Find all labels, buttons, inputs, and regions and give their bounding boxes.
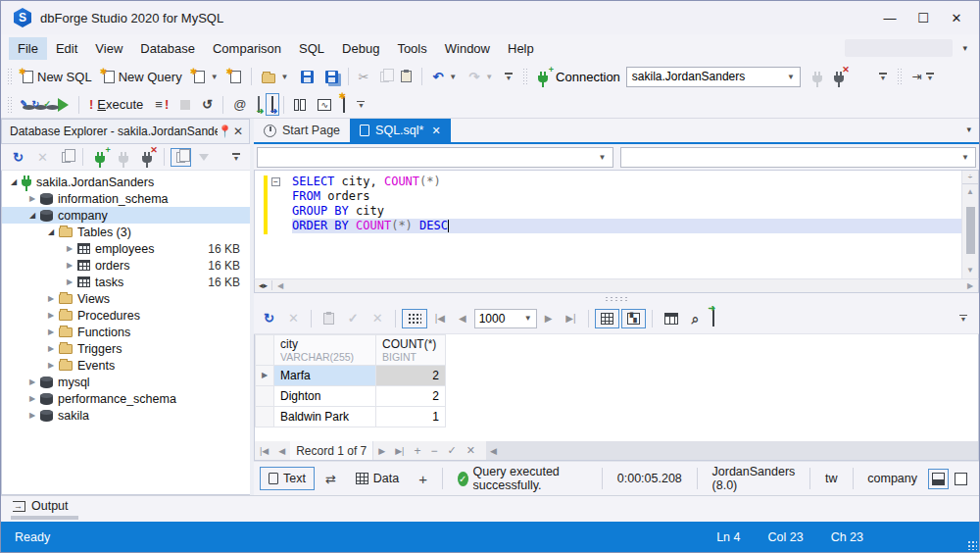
open-dropdown-icon[interactable]: ▼ [281, 73, 289, 81]
tree-item-triggers[interactable]: ▶Triggers [2, 340, 250, 357]
swap-view-button[interactable]: ⇄ [317, 468, 345, 490]
menu-tools[interactable]: Tools [388, 37, 435, 60]
collapse-region-icon[interactable]: − [271, 177, 280, 186]
tree-item-mysql[interactable]: ▶mysql [2, 374, 250, 390]
dock-results-button[interactable] [928, 469, 949, 489]
maximize-button[interactable]: ☐ [906, 5, 940, 30]
prev-record-icon[interactable]: ◀ [273, 446, 290, 456]
cell-city[interactable]: Dighton [274, 385, 376, 406]
editor-vertical-scrollbar[interactable]: ÷ ▲ ▼ [961, 171, 978, 278]
menu-overflow-icon[interactable]: ▾ [962, 43, 967, 53]
tree-item-sakila-jordansanders[interactable]: ◢sakila.JordanSanders [2, 174, 250, 190]
layout-button[interactable] [288, 95, 312, 115]
append-record-icon[interactable]: + [409, 444, 425, 458]
export-script-button[interactable]: ➜ [252, 93, 266, 116]
scroll-right-icon[interactable]: ▶ [962, 281, 978, 290]
save-all-button[interactable] [319, 67, 344, 87]
expander-open-icon[interactable]: ◢ [26, 211, 38, 220]
undo-button[interactable]: ↶ ▼ [426, 67, 463, 87]
quick-access-box[interactable] [845, 39, 953, 57]
tab-list-dropdown-icon[interactable]: ▾ [966, 125, 971, 134]
data-view-tab[interactable]: Data [347, 467, 408, 490]
new-file-button[interactable]: ✱ [224, 67, 247, 87]
new-document-dropdown-icon[interactable]: ▼ [211, 73, 219, 81]
expander-closed-icon[interactable]: ▶ [26, 394, 38, 403]
cell-count[interactable]: 2 [376, 385, 446, 406]
sql-toolbar-overflow-button[interactable]: ▼ [351, 97, 370, 113]
cancel-edit-icon[interactable]: ✕ [462, 444, 480, 457]
code-line-2[interactable]: FROM orders [292, 189, 961, 204]
expander-closed-icon[interactable]: ▶ [26, 411, 38, 420]
toolbar-grip[interactable] [7, 96, 13, 114]
connection-combobox[interactable]: sakila.JordanSanders ▼ [626, 67, 801, 87]
tree-item-tables-3-[interactable]: ◢Tables (3) [2, 224, 250, 240]
results-overflow-button[interactable]: ▼ [954, 311, 973, 327]
results-splitter[interactable] [254, 293, 979, 304]
grid-row[interactable]: Dighton2 [256, 385, 446, 406]
explorer-disconnect-button[interactable]: ✕ [136, 147, 158, 167]
expander-closed-icon[interactable]: ▶ [45, 327, 57, 336]
add-view-button[interactable]: + [410, 467, 436, 491]
redo-dropdown-icon[interactable]: ▼ [485, 73, 493, 81]
explorer-refresh-button[interactable]: ↻ [7, 147, 29, 168]
new-window-button[interactable]: ✱ [337, 93, 351, 116]
code-line-4[interactable]: ORDER BY COUNT(*) DESC [292, 219, 961, 233]
menu-comparison[interactable]: Comparison [204, 37, 290, 60]
tree-item-procedures[interactable]: ▶Procedures [2, 307, 250, 324]
scroll-down-icon[interactable]: ▼ [966, 263, 974, 278]
grid-row[interactable]: ▶Marfa2 [256, 365, 446, 385]
redo-button[interactable]: ↷ ▼ [463, 67, 499, 87]
menu-edit[interactable]: Edit [47, 37, 86, 60]
pin-icon[interactable]: 📍 [218, 125, 231, 138]
tree-item-performance-schema[interactable]: ▶performance_schema [2, 390, 250, 407]
apply-changes-button[interactable]: ✓ [342, 308, 365, 328]
toolbar-grip[interactable] [7, 68, 13, 85]
undo-dropdown-icon[interactable]: ▼ [449, 73, 457, 81]
query-profiler-button[interactable]: ∿ [312, 95, 337, 115]
grid-row[interactable]: Baldwin Park1 [256, 406, 446, 427]
prev-page-button[interactable]: ◀ [453, 310, 472, 327]
menu-sql[interactable]: SQL [290, 37, 333, 60]
text-view-tab[interactable]: Text [260, 467, 315, 490]
menu-view[interactable]: View [86, 37, 131, 60]
explorer-overflow-button[interactable]: ▼ [226, 149, 246, 165]
expander-closed-icon[interactable]: ▶ [64, 244, 75, 253]
row-selector[interactable] [256, 385, 274, 406]
connect-button[interactable] [807, 67, 828, 86]
history-button[interactable]: ↺ [196, 94, 219, 115]
export-data-button[interactable]: ➜ [707, 307, 720, 329]
code-line-3[interactable]: GROUP BY city [292, 204, 961, 219]
cell-count[interactable]: 2 [376, 365, 446, 385]
disconnect-button[interactable]: ✕ [828, 67, 850, 86]
tree-item-views[interactable]: ▶Views [2, 290, 250, 307]
tree-item-tasks[interactable]: ▶tasks16 KB [2, 274, 250, 290]
menu-debug[interactable]: Debug [333, 37, 388, 60]
cell-city[interactable]: Baldwin Park [274, 406, 376, 427]
page-size-combobox[interactable]: 1000 ▼ [474, 309, 537, 328]
expander-closed-icon[interactable]: ▶ [64, 261, 75, 270]
format-button[interactable]: ⇥ ▼ [906, 67, 940, 86]
cut-button[interactable]: ✂ [353, 67, 375, 87]
tree-item-sakila[interactable]: ▶sakila [2, 407, 250, 424]
row-selector[interactable] [256, 406, 274, 427]
tree-item-company[interactable]: ◢company [2, 207, 250, 224]
explorer-filter-button[interactable] [193, 150, 215, 165]
code-line-1[interactable]: SELECT city, COUNT(*) [292, 175, 961, 189]
scroll-left-icon[interactable]: ◀ [490, 446, 497, 456]
results-grid[interactable]: cityVARCHAR(255)COUNT(*)BIGINT ▶Marfa2Di… [254, 334, 979, 442]
scroll-up-icon[interactable]: ▲ [966, 184, 974, 199]
toolbar-grip[interactable] [897, 68, 903, 85]
find-button[interactable]: ⌕ [686, 308, 706, 329]
close-button[interactable]: ✕ [940, 5, 973, 30]
column-header-count-[interactable]: COUNT(*)BIGINT [376, 334, 446, 365]
cancel-changes-button[interactable]: ✕ [367, 308, 389, 328]
expander-closed-icon[interactable]: ▶ [45, 361, 57, 370]
last-page-button[interactable]: ▶| [560, 310, 581, 327]
types-combobox[interactable]: ▼ [257, 147, 613, 168]
explorer-windows-button[interactable] [56, 148, 76, 167]
explorer-new-connection-button[interactable]: + [89, 147, 111, 167]
sql-editor[interactable]: − SELECT city, COUNT(*)FROM ordersGROUP … [254, 170, 979, 278]
explorer-connect-button[interactable] [113, 147, 134, 167]
expander-closed-icon[interactable]: ▶ [26, 194, 38, 203]
tab-sql-document[interactable]: SQL.sql* ✕ [350, 119, 451, 142]
